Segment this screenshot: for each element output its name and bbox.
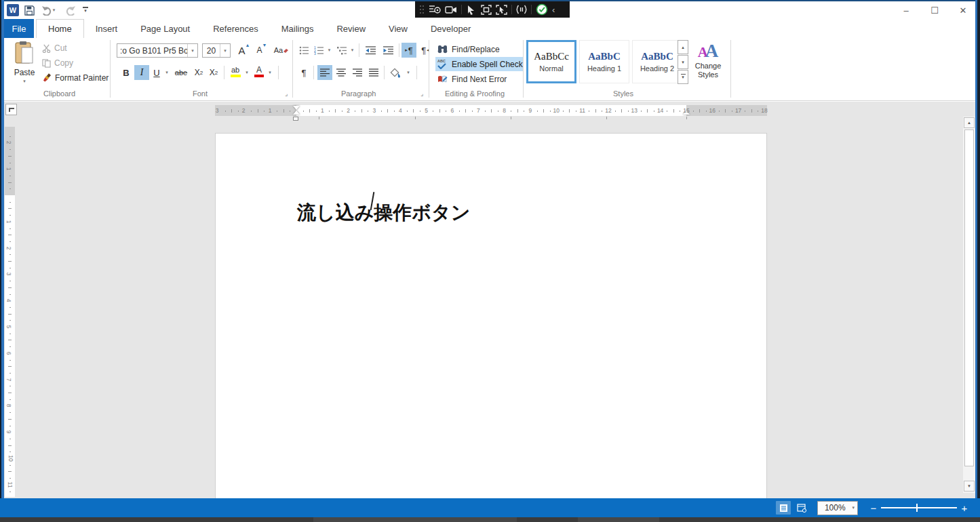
steps-list-icon[interactable]	[429, 5, 441, 14]
scrollbar-thumb[interactable]	[964, 129, 974, 466]
horizontal-ruler[interactable]: 321123456789101112131415161718	[215, 105, 767, 116]
font-size-dropdown-arrow[interactable]: ▾	[220, 44, 230, 57]
cursor-region-icon[interactable]	[496, 5, 507, 15]
vertical-scrollbar[interactable]: ▲ ▼	[963, 117, 975, 493]
tab-view[interactable]: View	[377, 19, 419, 38]
change-styles-button[interactable]: AA Change Styles	[690, 41, 726, 79]
enable-spell-check-button[interactable]: ABC Enable Spell Check	[435, 57, 524, 71]
hanging-indent-marker[interactable]	[293, 111, 300, 115]
bold-button[interactable]: B	[119, 65, 133, 80]
italic-button[interactable]: I	[134, 65, 149, 80]
first-line-indent-marker[interactable]	[293, 106, 300, 110]
font-dialog-launcher[interactable]: ⌟	[285, 90, 288, 97]
styles-gallery-up-button[interactable]: ▴	[678, 40, 688, 54]
styles-gallery-down-button[interactable]: ▾	[678, 55, 688, 69]
left-to-right-button[interactable]: ▸¶	[401, 43, 416, 58]
grow-font-button[interactable]: A▲	[236, 42, 252, 58]
highlight-color-button[interactable]: ab	[228, 65, 243, 80]
paragraph-dialog-launcher[interactable]: ⌟	[420, 90, 423, 97]
maximize-button[interactable]: ☐	[925, 3, 944, 18]
format-painter-button[interactable]: Format Painter	[42, 73, 109, 83]
increase-indent-button[interactable]	[380, 43, 396, 57]
style-heading-1[interactable]: AaBbC Heading 1	[579, 40, 629, 83]
style-normal[interactable]: AaBbCc Normal	[526, 40, 576, 83]
find-replace-button[interactable]: Find/Replace	[435, 42, 521, 56]
region-select-icon[interactable]	[481, 5, 492, 15]
close-button[interactable]: ✕	[954, 3, 973, 18]
tab-insert[interactable]: Insert	[84, 19, 130, 38]
superscript-button[interactable]: X2	[206, 65, 221, 80]
align-center-button[interactable]	[334, 65, 349, 80]
customize-quick-access-button[interactable]: ▾	[80, 3, 91, 18]
numbering-button[interactable]: 123	[312, 43, 326, 57]
grip-handle-icon[interactable]	[419, 5, 425, 14]
font-name-dropdown-arrow[interactable]: ▾	[187, 44, 197, 57]
ruler-dot	[550, 111, 551, 112]
zoom-out-button[interactable]: −	[869, 502, 878, 514]
paste-dropdown-arrow[interactable]: ▾	[23, 79, 26, 84]
tab-selector-button[interactable]	[5, 104, 17, 115]
paste-button[interactable]: Paste ▾	[8, 41, 41, 96]
copy-button[interactable]: Copy	[42, 58, 73, 68]
find-next-error-icon	[437, 75, 448, 83]
collapse-chevron-icon[interactable]: ‹	[552, 5, 555, 15]
shrink-font-button[interactable]: A▼	[254, 42, 270, 58]
view-print-layout-button[interactable]	[776, 501, 791, 515]
tab-mailings[interactable]: Mailings	[270, 19, 326, 38]
status-ok-icon[interactable]	[536, 3, 548, 16]
underline-dropdown-arrow[interactable]: ▾	[163, 65, 171, 80]
justify-button[interactable]	[366, 65, 381, 80]
highlight-dropdown-arrow[interactable]: ▾	[243, 65, 251, 80]
font-color-dropdown-arrow[interactable]: ▾	[266, 65, 274, 80]
tab-review[interactable]: Review	[325, 19, 377, 38]
tab-developer[interactable]: Developer	[419, 19, 482, 38]
redo-button[interactable]	[62, 3, 77, 18]
styles-gallery-more-button[interactable]: ▾	[678, 70, 688, 84]
zoom-slider-handle[interactable]	[916, 504, 918, 512]
multilevel-dropdown-arrow[interactable]: ▾	[349, 43, 356, 57]
tab-page-layout[interactable]: Page Layout	[129, 19, 201, 38]
view-web-layout-button[interactable]	[794, 501, 809, 515]
underline-button[interactable]: U	[151, 65, 163, 80]
cut-button[interactable]: Cut	[42, 43, 67, 53]
bullets-button[interactable]	[297, 43, 311, 57]
show-hide-pilcrow-button[interactable]: ¶	[297, 65, 311, 80]
undo-button[interactable]: ▾	[38, 3, 58, 18]
zoom-in-button[interactable]: +	[960, 502, 969, 514]
clear-formatting-button[interactable]: Aa	[273, 42, 290, 58]
zoom-level-button[interactable]: 100% ▾	[817, 501, 858, 515]
cursor-select-icon[interactable]	[466, 5, 477, 15]
undo-dropdown-arrow[interactable]: ▾	[53, 7, 56, 13]
left-indent-marker[interactable]	[293, 117, 298, 121]
scroll-up-button[interactable]: ▲	[964, 117, 975, 128]
tab-references[interactable]: References	[201, 19, 269, 38]
camera-icon[interactable]	[445, 5, 457, 14]
highlight-swatch	[231, 75, 241, 77]
zoom-slider[interactable]	[881, 507, 957, 508]
decrease-indent-button[interactable]	[362, 43, 378, 57]
find-next-error-button[interactable]: Find Next Error	[435, 72, 521, 86]
shading-bucket-icon	[390, 68, 402, 78]
vertical-ruler[interactable]: 211234567891011	[5, 127, 15, 497]
font-name-combobox[interactable]: :o Go B101 Pr5 Bold ▾	[117, 43, 198, 58]
tab-file[interactable]: File	[4, 19, 34, 38]
document-page[interactable]: 流し込み操作ボタン	[215, 133, 767, 498]
numbering-dropdown-arrow[interactable]: ▾	[326, 43, 333, 57]
tab-home[interactable]: Home	[36, 19, 84, 38]
save-button[interactable]	[22, 3, 37, 18]
shading-button[interactable]	[388, 65, 404, 80]
font-color-button[interactable]: A	[252, 65, 266, 80]
pause-icon[interactable]	[516, 5, 527, 14]
shading-dropdown-arrow[interactable]: ▾	[404, 65, 412, 80]
subscript-button[interactable]: X2	[191, 65, 206, 80]
multilevel-list-button[interactable]	[335, 43, 349, 57]
align-right-button[interactable]	[350, 65, 365, 80]
align-left-button[interactable]	[317, 65, 332, 80]
document-text[interactable]: 流し込み操作ボタン	[297, 200, 470, 226]
style-heading-2[interactable]: AaBbC Heading 2	[632, 40, 682, 83]
right-to-left-button[interactable]: ¶◂	[418, 43, 433, 58]
minimize-button[interactable]: –	[897, 3, 916, 18]
scroll-down-button[interactable]: ▼	[964, 481, 975, 491]
strikethrough-button[interactable]: abe	[172, 65, 190, 80]
font-size-combobox[interactable]: 20 ▾	[202, 43, 231, 58]
